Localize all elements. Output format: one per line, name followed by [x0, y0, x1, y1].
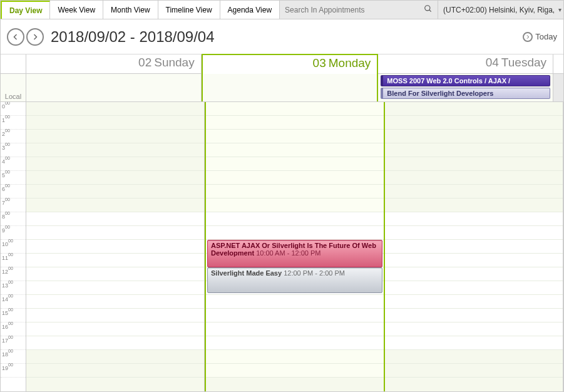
time-slot[interactable]	[385, 102, 563, 116]
date-range: 2018/09/02 - 2018/09/04	[51, 28, 215, 46]
time-label: 600	[1, 185, 26, 199]
time-slot[interactable]	[385, 322, 563, 336]
time-slot[interactable]	[385, 295, 563, 309]
column-num: 04	[486, 56, 499, 70]
today-label: Today	[535, 32, 557, 41]
time-slot[interactable]	[385, 185, 563, 199]
time-slot[interactable]	[26, 130, 204, 143]
appointment-time: 10:00 AM - 12:00 PM	[256, 249, 320, 257]
time-slot[interactable]	[26, 254, 204, 267]
time-label: 1600	[1, 322, 26, 336]
appointment[interactable]: ASP.NET AJAX Or Silverlight Is The Futur…	[207, 240, 382, 267]
column-dow: Tuesday	[501, 56, 546, 70]
prev-button[interactable]	[7, 28, 24, 46]
time-slot[interactable]	[385, 309, 563, 322]
column-header-sunday[interactable]: 02 Sunday	[26, 54, 202, 73]
all-day-col-monday[interactable]	[202, 74, 379, 101]
time-slot[interactable]	[26, 143, 204, 157]
tab-month-view[interactable]: Month View	[103, 1, 158, 19]
time-slot[interactable]	[206, 102, 384, 116]
time-slot[interactable]	[26, 295, 204, 309]
time-label: 1000	[1, 240, 26, 254]
appointment[interactable]: Silverlight Made Easy 12:00 PM - 2:00 PM	[207, 267, 382, 293]
tab-label: Agenda View	[228, 6, 272, 14]
time-slot[interactable]	[26, 309, 204, 322]
time-slot[interactable]	[385, 199, 563, 212]
time-slot[interactable]	[26, 267, 204, 281]
time-slot[interactable]	[385, 143, 563, 157]
time-slot[interactable]	[206, 364, 384, 378]
time-slot[interactable]	[26, 281, 204, 295]
appointment-title: Silverlight Made Easy	[211, 269, 282, 277]
time-slot[interactable]	[26, 336, 204, 350]
time-slot[interactable]	[206, 212, 384, 226]
time-slot[interactable]	[26, 350, 204, 364]
time-slot[interactable]	[385, 130, 563, 143]
time-slot[interactable]	[206, 322, 384, 336]
column-num: 02	[138, 56, 151, 70]
time-slot[interactable]	[26, 116, 204, 130]
day-col-monday[interactable]: ASP.NET AJAX Or Silverlight Is The Futur…	[205, 102, 385, 391]
time-slot[interactable]	[26, 212, 204, 226]
time-label: 900	[1, 226, 26, 240]
all-day-appointment[interactable]: MOSS 2007 Web 2.0 Controls / AJAX /	[381, 75, 550, 86]
all-day-col-tuesday[interactable]: MOSS 2007 Web 2.0 Controls / AJAX / Blen…	[378, 74, 553, 101]
next-button[interactable]	[26, 28, 44, 46]
time-slot[interactable]	[206, 199, 384, 212]
nav-header: 2018/09/02 - 2018/09/04 Today	[1, 19, 563, 54]
time-slot[interactable]	[385, 281, 563, 295]
time-slot[interactable]	[26, 199, 204, 212]
time-slot[interactable]	[385, 116, 563, 130]
time-slot[interactable]	[206, 295, 384, 309]
time-slot[interactable]	[385, 336, 563, 350]
time-slot[interactable]	[385, 157, 563, 171]
time-slot[interactable]	[206, 143, 384, 157]
tab-day-view[interactable]: Day View	[1, 1, 50, 19]
time-slot[interactable]	[385, 350, 563, 364]
today-button[interactable]: Today	[523, 32, 557, 42]
time-slot[interactable]	[206, 185, 384, 199]
time-slot[interactable]	[385, 212, 563, 226]
time-slot[interactable]	[206, 336, 384, 350]
column-dow: Sunday	[154, 56, 194, 70]
time-slot[interactable]	[26, 185, 204, 199]
time-slot[interactable]	[26, 322, 204, 336]
tab-label: Month View	[111, 6, 150, 14]
tab-agenda-view[interactable]: Agenda View	[220, 1, 280, 19]
column-header-monday[interactable]: 03 Monday	[202, 54, 379, 74]
time-slot[interactable]	[206, 309, 384, 322]
time-label: 100	[1, 116, 26, 130]
time-slot[interactable]	[385, 364, 563, 378]
time-slot[interactable]	[26, 364, 204, 378]
time-slot[interactable]	[385, 171, 563, 185]
time-slot[interactable]	[26, 226, 204, 240]
time-slot[interactable]	[206, 116, 384, 130]
time-slot[interactable]	[26, 102, 204, 116]
tab-week-view[interactable]: Week View	[50, 1, 103, 19]
search-icon[interactable]	[424, 4, 433, 15]
time-slot[interactable]	[26, 171, 204, 185]
time-slot[interactable]	[206, 226, 384, 240]
time-slot[interactable]	[206, 157, 384, 171]
time-slot[interactable]	[385, 240, 563, 254]
all-day-col-sunday[interactable]	[26, 74, 202, 101]
time-slot[interactable]	[206, 350, 384, 364]
time-label: 1100	[1, 254, 26, 267]
time-slot[interactable]	[385, 254, 563, 267]
time-slot[interactable]	[206, 171, 384, 185]
time-slot[interactable]	[26, 157, 204, 171]
time-slot[interactable]	[206, 130, 384, 143]
time-slot[interactable]	[26, 240, 204, 254]
time-label: 300	[1, 143, 26, 157]
time-slot[interactable]	[385, 226, 563, 240]
timezone-select[interactable]: (UTC+02:00) Helsinki, Kyiv, Riga, ▾	[438, 1, 563, 19]
time-label: 800	[1, 212, 26, 226]
time-slot[interactable]	[385, 267, 563, 281]
tab-timeline-view[interactable]: Timeline View	[158, 1, 220, 19]
day-col-sunday[interactable]	[26, 102, 205, 391]
column-header-tuesday[interactable]: 04 Tuesday	[378, 54, 553, 73]
time-grid[interactable]: 0001002003004005006007008009001000110012…	[1, 102, 563, 391]
search-input[interactable]	[285, 6, 424, 14]
all-day-appointment[interactable]: Blend For Silverlight Developers	[381, 88, 550, 99]
day-col-tuesday[interactable]: Building Office Applications	[385, 102, 563, 391]
